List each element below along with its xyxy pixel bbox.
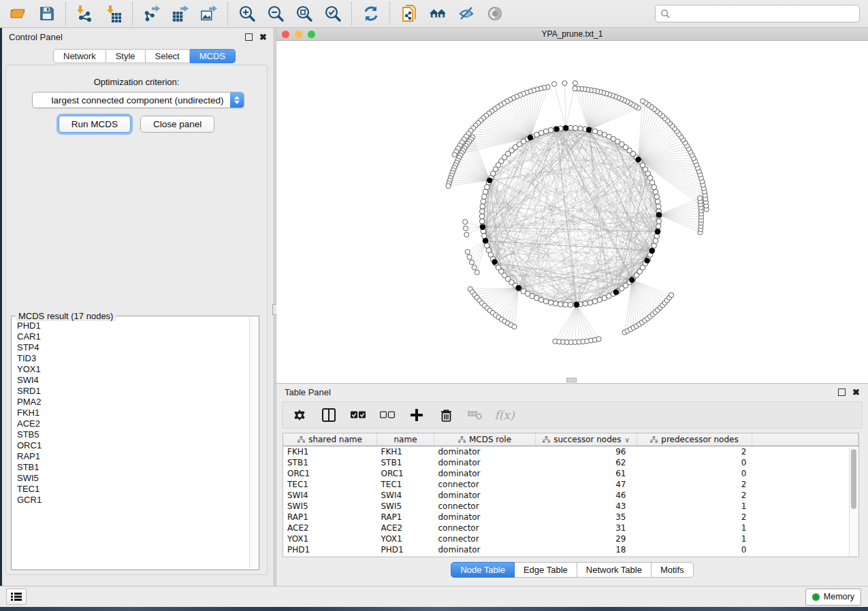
add-row-icon[interactable] <box>409 408 424 423</box>
cell-predecessor-nodes[interactable]: 2 <box>637 490 752 501</box>
share-network-file-icon[interactable] <box>400 5 418 22</box>
save-icon[interactable] <box>38 5 56 22</box>
cell-MCDS-role[interactable]: connector <box>434 523 536 533</box>
mcds-hub-node[interactable] <box>649 248 654 254</box>
cell-name[interactable]: RAP1 <box>377 512 434 523</box>
tab-motifs[interactable]: Motifs <box>652 562 694 578</box>
network-node[interactable] <box>597 130 602 135</box>
table-row[interactable]: RAP1RAP1dominator352 <box>283 512 858 523</box>
network-node[interactable] <box>655 199 660 204</box>
network-leaf-node[interactable] <box>475 270 479 275</box>
settings-gear-icon[interactable] <box>292 408 307 423</box>
zoom-selected-icon[interactable] <box>324 5 342 22</box>
zoom-out-icon[interactable] <box>267 5 285 22</box>
network-node[interactable] <box>563 302 568 308</box>
network-canvas[interactable] <box>276 41 868 383</box>
cell-shared-name[interactable]: TEC1 <box>283 479 377 490</box>
cell-predecessor-nodes[interactable]: 1 <box>637 523 752 533</box>
mcds-result-item[interactable]: FKH1 <box>12 408 249 418</box>
mcds-result-item[interactable]: ACE2 <box>12 418 249 429</box>
cell-MCDS-role[interactable]: connector <box>434 501 536 512</box>
cell-predecessor-nodes[interactable]: 0 <box>637 457 752 468</box>
cell-successor-nodes[interactable]: 47 <box>536 479 637 490</box>
mcds-hub-node[interactable] <box>528 135 533 140</box>
network-leaf-node[interactable] <box>467 254 472 259</box>
houses-icon[interactable] <box>429 5 447 22</box>
mcds-hub-node[interactable] <box>553 126 559 131</box>
select-all-rows-icon[interactable] <box>351 408 366 423</box>
network-node[interactable] <box>654 194 660 199</box>
zoom-in-icon[interactable] <box>238 5 256 22</box>
cell-predecessor-nodes[interactable]: 0 <box>637 544 752 555</box>
import-table-icon[interactable] <box>105 5 123 22</box>
zoom-fit-icon[interactable] <box>295 5 313 22</box>
mcds-result-item[interactable]: GCR1 <box>12 495 249 506</box>
cell-successor-nodes[interactable]: 29 <box>536 533 637 544</box>
network-leaf-node[interactable] <box>573 81 577 86</box>
mcds-hub-node[interactable] <box>655 229 660 234</box>
mcds-result-item[interactable]: CAR1 <box>12 331 249 342</box>
cell-name[interactable]: SWI5 <box>377 501 434 512</box>
network-node[interactable] <box>592 299 598 304</box>
network-leaf-node[interactable] <box>596 337 601 342</box>
hide-graphics-details-icon[interactable] <box>457 5 475 22</box>
network-node[interactable] <box>573 125 578 131</box>
cell-successor-nodes[interactable]: 31 <box>536 523 637 533</box>
cell-predecessor-nodes[interactable]: 2 <box>637 479 752 490</box>
cell-predecessor-nodes[interactable]: 1 <box>637 533 752 544</box>
cell-shared-name[interactable]: SWI4 <box>283 490 377 501</box>
mcds-hub-node[interactable] <box>492 259 497 265</box>
network-node[interactable] <box>652 243 657 248</box>
network-node[interactable] <box>548 127 553 133</box>
cell-name[interactable]: TEC1 <box>377 479 434 490</box>
mcds-hub-node[interactable] <box>644 258 649 263</box>
network-node[interactable] <box>483 189 488 195</box>
network-node[interactable] <box>479 218 485 224</box>
float-table-panel-icon[interactable] <box>838 389 846 396</box>
mcds-hub-node[interactable] <box>574 301 579 307</box>
mcds-result-item[interactable]: SRD1 <box>12 386 249 397</box>
criterion-dropdown[interactable]: largest connected component (undirected) <box>32 92 244 108</box>
column-header-name[interactable]: name <box>377 433 434 446</box>
cell-successor-nodes[interactable]: 43 <box>536 501 637 512</box>
network-node[interactable] <box>653 238 658 244</box>
cell-name[interactable]: ORC1 <box>377 468 434 479</box>
mcds-hub-node[interactable] <box>656 212 662 218</box>
horizontal-splitter-grip[interactable] <box>566 378 577 382</box>
network-node[interactable] <box>484 184 489 190</box>
cell-shared-name[interactable]: FKH1 <box>283 446 377 458</box>
network-node[interactable] <box>656 204 661 210</box>
mcds-hub-node[interactable] <box>586 127 592 133</box>
column-header-successor-nodes[interactable]: successor nodes∨ <box>536 433 637 446</box>
network-leaf-node[interactable] <box>562 81 567 86</box>
cell-successor-nodes[interactable]: 96 <box>536 446 637 458</box>
network-node[interactable] <box>653 189 658 195</box>
network-leaf-node[interactable] <box>573 86 577 91</box>
network-leaf-node[interactable] <box>469 260 474 265</box>
table-scrollbar[interactable] <box>849 447 858 557</box>
mcds-result-list[interactable]: PHD1CAR1STP4TID3YOX1SWI4SRD1PMA2FKH1ACE2… <box>12 320 249 569</box>
network-node[interactable] <box>583 301 588 306</box>
network-node[interactable] <box>656 218 662 224</box>
mcds-result-item[interactable]: STP4 <box>12 342 249 353</box>
tab-node-table[interactable]: Node Table <box>451 562 515 578</box>
cell-predecessor-nodes[interactable]: 0 <box>637 468 752 479</box>
mcds-hub-node[interactable] <box>563 125 568 131</box>
mcds-hub-node[interactable] <box>515 285 521 291</box>
show-graphics-details-icon[interactable] <box>486 5 504 22</box>
cell-name[interactable]: STB1 <box>377 457 434 468</box>
network-node[interactable] <box>558 301 564 307</box>
cell-name[interactable]: SWI4 <box>377 490 434 501</box>
memory-button[interactable]: Memory <box>805 589 861 606</box>
network-node[interactable] <box>568 302 573 308</box>
mcds-result-item[interactable]: SWI5 <box>12 473 249 484</box>
network-node[interactable] <box>480 204 485 210</box>
cell-predecessor-nodes[interactable]: 2 <box>637 512 752 523</box>
mcds-result-item[interactable]: TID3 <box>12 353 249 364</box>
network-leaf-node[interactable] <box>452 152 457 157</box>
network-leaf-node[interactable] <box>465 249 470 254</box>
network-node[interactable] <box>481 233 487 239</box>
tab-network-table[interactable]: Network Table <box>577 562 652 578</box>
network-node[interactable] <box>548 300 553 306</box>
network-leaf-node[interactable] <box>698 196 703 201</box>
